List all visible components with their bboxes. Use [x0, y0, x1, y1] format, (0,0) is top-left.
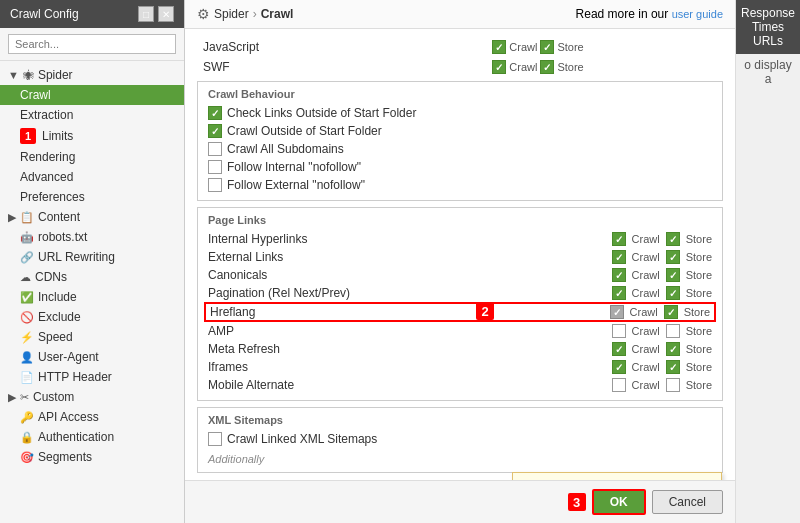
check-links-outside-checkbox[interactable] [208, 106, 222, 120]
meta-refresh-store-cb[interactable] [666, 342, 680, 356]
iframes-crawl-cb[interactable] [612, 360, 626, 374]
follow-external-nofollow-checkbox[interactable] [208, 178, 222, 192]
store-label: Store [686, 361, 712, 373]
external-links-store-cb[interactable] [666, 250, 680, 264]
sidebar-item-http-header-label: HTTP Header [38, 370, 112, 384]
hreflang-crawl-cb[interactable] [610, 305, 624, 319]
crawl-label: Crawl [632, 379, 660, 391]
search-input[interactable] [8, 34, 176, 54]
right-strip-header: Response Times URLs [736, 0, 800, 54]
ok-button[interactable]: OK [592, 489, 646, 515]
crawl-subdomains-checkbox[interactable] [208, 142, 222, 156]
breadcrumb-parent: Spider [214, 7, 249, 21]
hreflang-store-cb[interactable] [664, 305, 678, 319]
sidebar-item-custom[interactable]: ▶ ✂ Custom [0, 387, 184, 407]
swf-store-checkbox[interactable] [540, 60, 554, 74]
include-icon: ✅ [20, 291, 34, 304]
external-links-label: External Links [208, 250, 612, 264]
swf-label: SWF [197, 57, 486, 77]
hreflang-label: Hreflang [210, 305, 610, 319]
sidebar-item-speed[interactable]: ⚡ Speed [0, 327, 184, 347]
sidebar-item-url-rewriting[interactable]: 🔗 URL Rewriting [0, 247, 184, 267]
canonicals-store-cb[interactable] [666, 268, 680, 282]
store-label: Store [686, 269, 712, 281]
sidebar-item-authentication[interactable]: 🔒 Authentication [0, 427, 184, 447]
follow-internal-nofollow-checkbox[interactable] [208, 160, 222, 174]
sidebar-item-preferences[interactable]: Preferences [0, 187, 184, 207]
step3-badge: 3 [568, 493, 586, 511]
external-links-crawl-cb[interactable] [612, 250, 626, 264]
step2-badge: 2 [476, 302, 494, 320]
sidebar-item-user-agent[interactable]: 👤 User-Agent [0, 347, 184, 367]
sidebar-item-user-agent-label: User-Agent [38, 350, 99, 364]
user-guide-area: Read more in our user guide [576, 7, 723, 21]
sidebar-item-spider-label: Spider [38, 68, 73, 82]
close-button[interactable]: ✕ [158, 6, 174, 22]
sidebar-item-robots-label: robots.txt [38, 230, 87, 244]
sidebar-item-segments[interactable]: 🎯 Segments [0, 447, 184, 467]
sidebar-item-spider[interactable]: ▼ 🕷 Spider [0, 65, 184, 85]
sidebar-item-exclude[interactable]: 🚫 Exclude [0, 307, 184, 327]
pagination-crawl-cb[interactable] [612, 286, 626, 300]
js-crawl-checkbox[interactable] [492, 40, 506, 54]
mobile-alternate-crawl-cb[interactable] [612, 378, 626, 392]
sidebar-item-limits[interactable]: 1 Limits [0, 125, 184, 147]
behaviour-item: Crawl All Subdomains [208, 140, 712, 158]
sidebar-item-extraction[interactable]: Extraction [0, 105, 184, 125]
table-row: SWF Crawl Store [197, 57, 723, 77]
window-controls[interactable]: □ ✕ [138, 6, 174, 22]
maximize-button[interactable]: □ [138, 6, 154, 22]
pagination-label: Pagination (Rel Next/Prev) [208, 286, 612, 300]
sidebar-item-custom-label: Custom [33, 390, 74, 404]
iframes-store-cb[interactable] [666, 360, 680, 374]
meta-refresh-crawl-cb[interactable] [612, 342, 626, 356]
amp-crawl-cb[interactable] [612, 324, 626, 338]
sidebar-item-crawl[interactable]: Crawl [0, 85, 184, 105]
custom-icon: ✂ [20, 391, 29, 404]
js-crawl-label: Crawl [509, 41, 537, 53]
js-store-checkbox[interactable] [540, 40, 554, 54]
sidebar-item-content[interactable]: ▶ 📋 Content [0, 207, 184, 227]
crawl-linked-xml-label: Crawl Linked XML Sitemaps [227, 432, 377, 446]
internal-hyperlinks-store-cb[interactable] [666, 232, 680, 246]
breadcrumb-child: Crawl [261, 7, 294, 21]
sidebar-item-include[interactable]: ✅ Include [0, 287, 184, 307]
canonicals-label: Canonicals [208, 268, 612, 282]
internal-hyperlinks-label: Internal Hyperlinks [208, 232, 612, 246]
sidebar-item-cdns[interactable]: ☁ CDNs [0, 267, 184, 287]
canonicals-crawl-cb[interactable] [612, 268, 626, 282]
swf-crawl-cell: Crawl Store [486, 57, 723, 77]
sidebar-item-cdns-label: CDNs [35, 270, 67, 284]
crawl-outside-checkbox[interactable] [208, 124, 222, 138]
sidebar-item-robots[interactable]: 🤖 robots.txt [0, 227, 184, 247]
amp-label: AMP [208, 324, 612, 338]
swf-crawl-checkbox[interactable] [492, 60, 506, 74]
content-area: JavaScript Crawl Store SWF Crawl [185, 29, 735, 480]
sidebar-item-http-header[interactable]: 📄 HTTP Header [0, 367, 184, 387]
cancel-button[interactable]: Cancel [652, 490, 723, 514]
sidebar-item-advanced[interactable]: Advanced [0, 167, 184, 187]
crawl-behaviour-header: Crawl Behaviour [208, 88, 712, 100]
title-bar: Crawl Config □ ✕ [0, 0, 184, 28]
window-title: Crawl Config [10, 7, 79, 21]
user-agent-icon: 👤 [20, 351, 34, 364]
footer: 3 OK Cancel [185, 480, 735, 523]
pagination-store-cb[interactable] [666, 286, 680, 300]
sidebar-item-api-access[interactable]: 🔑 API Access [0, 407, 184, 427]
list-item: Meta Refresh Crawl Store [208, 340, 712, 358]
segments-icon: 🎯 [20, 451, 34, 464]
internal-hyperlinks-crawl-cb[interactable] [612, 232, 626, 246]
store-label: Store [686, 379, 712, 391]
user-guide-link[interactable]: user guide [672, 8, 723, 20]
sidebar-item-api-access-label: API Access [38, 410, 99, 424]
mobile-alternate-store-cb[interactable] [666, 378, 680, 392]
crawl-label: Crawl [632, 269, 660, 281]
js-crawl-cell: Crawl Store [486, 37, 723, 57]
sidebar-item-speed-label: Speed [38, 330, 73, 344]
amp-store-cb[interactable] [666, 324, 680, 338]
spider-expand-icon: ▼ [8, 69, 19, 81]
url-rewriting-icon: 🔗 [20, 251, 34, 264]
sidebar-item-rendering[interactable]: Rendering [0, 147, 184, 167]
crawl-linked-xml-cb[interactable] [208, 432, 222, 446]
list-item: Pagination (Rel Next/Prev) Crawl Store [208, 284, 712, 302]
